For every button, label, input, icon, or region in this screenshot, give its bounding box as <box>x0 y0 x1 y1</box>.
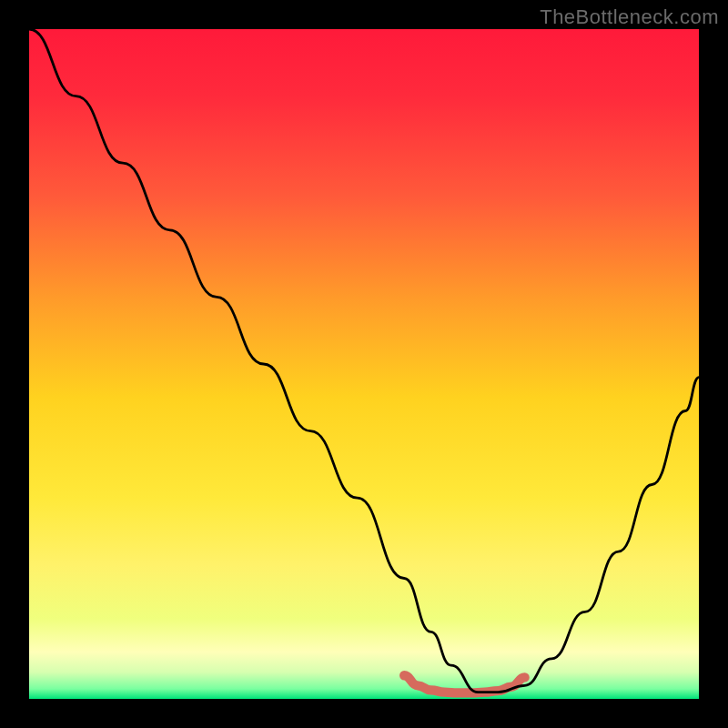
watermark-text: TheBottleneck.com <box>540 5 719 29</box>
chart-svg <box>29 29 699 699</box>
chart-frame: TheBottleneck.com <box>0 0 728 728</box>
plot-area <box>29 29 699 699</box>
bottleneck-curve <box>29 29 699 693</box>
